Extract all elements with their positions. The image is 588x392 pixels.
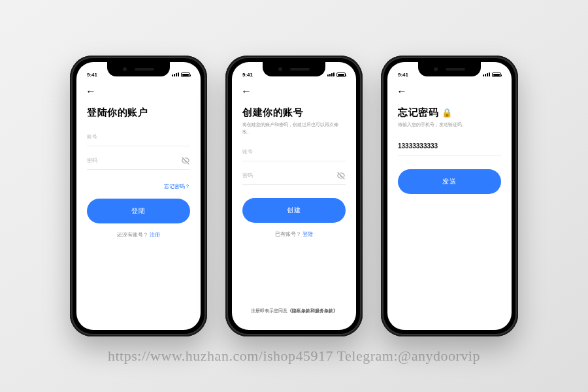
terms-link[interactable]: 《隐私条款和服务条款》 [287,308,338,313]
register-subtitle: 将创建您的账户和密码，创建过后也可以再次修改。 [242,122,346,135]
forgot-subtitle: 将输入您的手机号，发送验证码。 [398,122,501,129]
password-input[interactable] [87,152,190,170]
no-account-label: 还没有账号？ [117,232,148,238]
register-screen: 9:41 ← 创建你的账号 将创建您的账户和密码，创建过后也可以再次修改。 [232,62,356,330]
notch [263,62,325,76]
signal-icon [483,73,490,76]
status-time: 9:41 [87,72,97,78]
nav-bar: ← [387,82,512,97]
notch [107,62,170,76]
account-input[interactable] [242,143,346,161]
register-content: 创建你的账号 将创建您的账户和密码，创建过后也可以再次修改。 创建 已有账号？ … [232,97,356,330]
password-input[interactable] [242,167,346,185]
eye-off-icon[interactable] [181,156,190,165]
battery-icon [492,73,501,77]
terms-row: 注册即表示您同意《隐私条款和服务条款》 [242,308,346,321]
signal-icon [172,73,179,76]
lock-icon: 🔒 [442,108,453,118]
forgot-row: 忘记密码？ [87,179,190,191]
register-link[interactable]: 注册 [150,232,160,238]
terms-prefix: 注册即表示您同意 [251,308,287,313]
login-prompt: 已有账号？ 登陆 [242,231,346,238]
battery-icon [336,73,346,77]
forgot-title: 忘记密码 🔒 [398,106,501,119]
account-input[interactable] [87,128,190,146]
phone-login: 9:41 ← 登陆你的账户 忘记密码？ [70,56,207,336]
nav-bar: ← [76,82,201,97]
status-time: 9:41 [398,72,408,78]
account-field [87,128,190,146]
status-indicators [483,73,501,77]
phone-forgot: 9:41 ← 忘记密码 🔒 将输入您的手机号，发送验证码。 发送 [381,56,518,336]
login-title: 登陆你的账户 [87,106,190,119]
status-indicators [172,73,190,77]
account-field [242,143,346,161]
status-indicators [327,73,346,77]
has-account-label: 已有账号？ [275,231,301,237]
login-screen: 9:41 ← 登陆你的账户 忘记密码？ [76,62,201,330]
register-prompt: 还没有账号？ 注册 [87,231,190,238]
back-button[interactable]: ← [397,86,407,97]
send-button[interactable]: 发送 [398,169,501,194]
battery-icon [181,73,190,77]
nav-bar: ← [232,82,356,97]
forgot-content: 忘记密码 🔒 将输入您的手机号，发送验证码。 发送 [387,97,512,330]
back-button[interactable]: ← [86,86,96,97]
login-link[interactable]: 登陆 [302,231,313,237]
watermark: https://www.huzhan.com/ishop45917 Telegr… [0,348,588,365]
notch [418,62,481,76]
phone-register: 9:41 ← 创建你的账号 将创建您的账户和密码，创建过后也可以再次修改。 [225,56,363,336]
back-button[interactable]: ← [241,86,252,97]
password-field [87,152,190,170]
phone-field [398,137,501,156]
create-button[interactable]: 创建 [242,198,346,223]
forgot-password-link[interactable]: 忘记密码？ [164,184,190,189]
eye-off-icon[interactable] [336,171,346,180]
forgot-screen: 9:41 ← 忘记密码 🔒 将输入您的手机号，发送验证码。 发送 [387,62,512,330]
password-field [242,167,346,185]
login-button[interactable]: 登陆 [87,199,190,223]
status-time: 9:41 [242,72,253,78]
phone-row: 9:41 ← 登陆你的账户 忘记密码？ [70,56,518,336]
signal-icon [327,73,335,76]
login-content: 登陆你的账户 忘记密码？ 登陆 还没有账号？ 注册 [76,97,201,330]
phone-input[interactable] [398,137,501,156]
register-title: 创建你的账号 [242,106,346,119]
